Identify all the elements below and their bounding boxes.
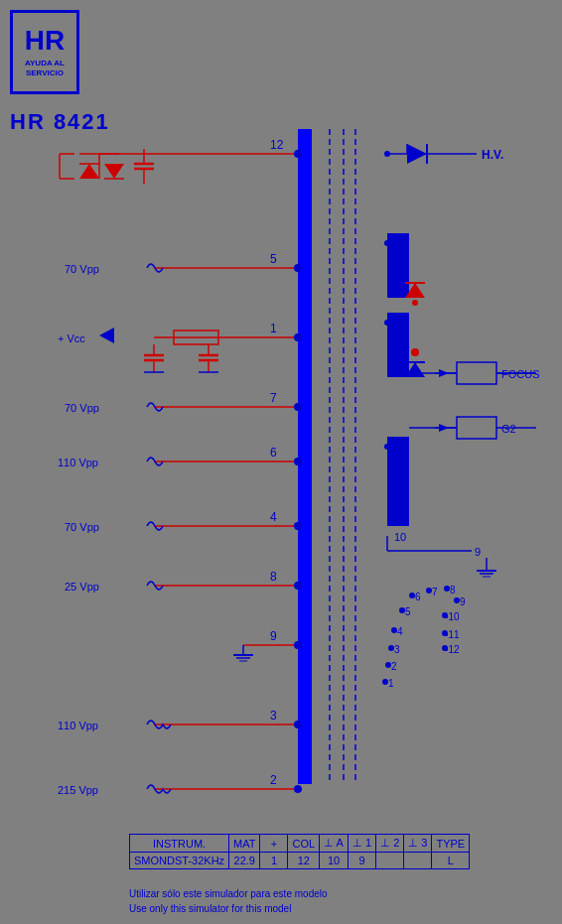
svg-rect-29 (387, 233, 409, 298)
svg-point-73 (384, 444, 390, 450)
svg-point-91 (409, 593, 415, 598)
svg-text:9: 9 (270, 629, 277, 643)
svg-point-88 (294, 582, 302, 590)
svg-point-30 (384, 240, 390, 246)
svg-text:1: 1 (270, 322, 277, 335)
cell-perp-a: 10 (320, 853, 349, 869)
svg-point-123 (294, 721, 302, 728)
svg-text:3: 3 (270, 709, 277, 723)
svg-point-70 (294, 458, 302, 465)
svg-point-27 (294, 264, 302, 272)
svg-text:215 Vpp: 215 Vpp (58, 784, 98, 796)
col-instrum: INSTRUM. (130, 835, 229, 853)
svg-text:3: 3 (394, 644, 400, 655)
col-perp-3: ⊥ 3 (404, 835, 432, 853)
svg-text:G2: G2 (501, 423, 516, 435)
svg-point-62 (294, 403, 302, 411)
svg-text:2: 2 (391, 661, 397, 672)
svg-text:6: 6 (270, 446, 277, 460)
svg-marker-11 (104, 164, 124, 179)
cell-perp-1: 9 (348, 853, 375, 869)
hv-label: H.V. (482, 148, 503, 162)
logo-subtitle: AYUDA AL SERVICIO (25, 59, 65, 77)
svg-marker-9 (79, 164, 99, 179)
svg-text:70 Vpp: 70 Vpp (65, 402, 99, 414)
svg-point-6 (294, 150, 302, 158)
svg-point-111 (442, 645, 448, 651)
svg-point-24 (384, 151, 390, 157)
svg-text:110 Vpp: 110 Vpp (58, 457, 98, 468)
svg-rect-50 (387, 313, 409, 377)
hr-logo: HR AYUDA AL SERVICIO (10, 10, 79, 94)
svg-text:8: 8 (450, 585, 456, 595)
col-mat: MAT (229, 835, 260, 853)
svg-point-127 (294, 785, 302, 793)
svg-text:70 Vpp: 70 Vpp (65, 521, 99, 533)
svg-point-105 (442, 630, 448, 636)
schematic-diagram: 12 H.V. 5 70 Vpp 1 + Vcc (0, 99, 562, 814)
svg-marker-21 (407, 144, 427, 164)
svg-point-107 (388, 645, 394, 651)
svg-rect-55 (457, 362, 496, 384)
footer-line2: Use only this simulator for this model (129, 901, 328, 916)
svg-text:25 Vpp: 25 Vpp (65, 581, 99, 593)
svg-point-51 (384, 320, 390, 326)
col-perp-a: ⊥ A (320, 835, 349, 853)
cell-perp-2 (376, 853, 404, 869)
svg-text:12: 12 (270, 138, 284, 152)
svg-text:10: 10 (394, 531, 406, 543)
svg-text:5: 5 (270, 252, 277, 266)
svg-text:9: 9 (475, 546, 481, 558)
svg-point-93 (426, 588, 432, 594)
cell-col: 12 (288, 853, 320, 869)
col-plus: + (260, 835, 288, 853)
col-perp-1: ⊥ 1 (348, 835, 375, 853)
svg-point-109 (385, 662, 391, 668)
svg-text:+ Vcc: + Vcc (58, 332, 85, 344)
table-header-row: INSTRUM. MAT + COL ⊥ A ⊥ 1 ⊥ 2 ⊥ 3 TYPE (130, 835, 470, 853)
svg-point-113 (382, 679, 388, 685)
cell-instrum: SMONDST-32KHz (130, 853, 229, 869)
svg-text:4: 4 (270, 510, 277, 524)
svg-text:7: 7 (270, 391, 277, 405)
footer-line1: Utilizar sólo este simulador para este m… (129, 886, 328, 901)
svg-point-99 (399, 607, 405, 613)
svg-text:70 Vpp: 70 Vpp (65, 263, 99, 275)
svg-rect-64 (457, 417, 496, 439)
svg-point-54 (411, 348, 419, 356)
svg-rect-0 (298, 129, 312, 784)
svg-text:110 Vpp: 110 Vpp (58, 720, 98, 731)
svg-point-97 (454, 597, 460, 603)
cell-plus: 1 (260, 853, 288, 869)
svg-point-116 (294, 641, 302, 649)
svg-text:2: 2 (270, 773, 277, 787)
svg-marker-38 (99, 328, 114, 343)
measurement-table: INSTRUM. MAT + COL ⊥ A ⊥ 1 ⊥ 2 ⊥ 3 TYPE … (129, 834, 470, 869)
col-perp-2: ⊥ 2 (376, 835, 404, 853)
col-col: COL (288, 835, 320, 853)
cell-type: L (432, 853, 470, 869)
col-type: TYPE (432, 835, 470, 853)
svg-rect-72 (387, 437, 409, 526)
svg-point-36 (294, 333, 302, 341)
svg-point-84 (294, 522, 302, 530)
svg-point-95 (444, 586, 450, 592)
svg-text:4: 4 (397, 626, 403, 637)
svg-text:1: 1 (388, 678, 394, 689)
svg-point-33 (412, 300, 418, 306)
svg-point-103 (391, 627, 397, 633)
svg-text:5: 5 (405, 606, 411, 617)
svg-text:6: 6 (415, 592, 421, 602)
table-data-row: SMONDST-32KHz 22.9 1 12 10 9 L (130, 853, 470, 869)
footer-text: Utilizar sólo este simulador para este m… (129, 886, 328, 916)
svg-text:FOCUS: FOCUS (501, 368, 540, 380)
svg-text:8: 8 (270, 570, 277, 584)
svg-text:7: 7 (432, 587, 438, 597)
cell-mat: 22.9 (229, 853, 260, 869)
logo-hr-text: HR (25, 27, 65, 55)
cell-perp-3 (404, 853, 432, 869)
svg-text:9: 9 (460, 596, 466, 607)
svg-point-101 (442, 612, 448, 618)
